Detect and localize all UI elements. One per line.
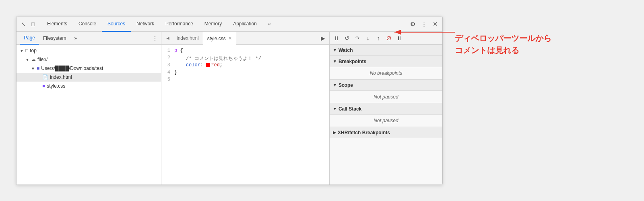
tab-elements[interactable]: Elements	[41, 16, 73, 32]
pause-btn[interactable]: ⏸	[332, 34, 341, 43]
section-breakpoints-body: No breakpoints	[330, 67, 442, 80]
expand-arrow-users: ▼	[31, 66, 37, 71]
code-line-3: 3 color: red;	[161, 62, 329, 70]
dots-icon[interactable]: ⋮	[152, 35, 158, 41]
tree-label-top: top	[30, 48, 37, 53]
section-callstack-header[interactable]: ▼ Call Stack	[330, 103, 442, 115]
tab-memory[interactable]: Memory	[199, 16, 227, 32]
file-tree: ▼ □ top ▼ ☁ file:// ▼ ■	[17, 45, 161, 185]
file-tab-css-label: style.css	[207, 36, 226, 41]
html-icon: 📄	[42, 74, 48, 80]
tab-network[interactable]: Network	[131, 16, 160, 32]
top-tab-bar: ↖ □ Elements Console Sources Network Per…	[17, 16, 442, 32]
step-into-btn[interactable]: ↓	[363, 34, 372, 43]
folder-icon-top: □	[25, 48, 28, 53]
main-content: Page Filesystem » ⋮ ▼ □ top	[17, 32, 442, 185]
line-num-1: 1	[161, 48, 174, 53]
tab-page[interactable]: Page	[20, 32, 39, 45]
css-icon: ■	[42, 83, 45, 89]
left-panel-tabs: Page Filesystem » ⋮	[17, 32, 161, 45]
breakpoints-label: Breakpoints	[339, 59, 366, 64]
layers-icon[interactable]: □	[29, 21, 37, 28]
line-content-3: color: red;	[174, 62, 329, 68]
tree-label-index: index.html	[50, 74, 72, 80]
watch-label: Watch	[339, 47, 353, 53]
section-scope-body: Not paused	[330, 91, 442, 103]
section-callstack-body: Not paused	[330, 115, 442, 127]
code-panel: ◄ index.html style.css ✕ ▶ 1 p {	[161, 32, 330, 185]
folder-icon-users: ■	[37, 66, 39, 71]
toolbar-icons: ↖ □	[20, 21, 37, 28]
tree-item-file[interactable]: ▼ ☁ file://	[17, 55, 161, 64]
file-tab-index[interactable]: index.html	[173, 32, 203, 45]
line-num-5: 5	[161, 77, 174, 82]
expand-arrow-top: ▼	[20, 49, 25, 53]
tree-item-index[interactable]: 📄 index.html	[17, 73, 161, 82]
cloud-icon: ☁	[31, 57, 36, 62]
run-snippet-icon[interactable]: ▶	[318, 33, 328, 43]
file-tab-css[interactable]: style.css ✕	[203, 32, 236, 45]
xhr-label: XHR/fetch Breakpoints	[338, 130, 390, 135]
tab-more-left[interactable]: »	[70, 32, 81, 45]
section-xhr-header[interactable]: ▶ XHR/fetch Breakpoints	[330, 127, 442, 138]
close-tab-icon[interactable]: ✕	[228, 36, 232, 41]
tab-sources[interactable]: Sources	[102, 16, 131, 32]
breakpoints-arrow: ▼	[333, 59, 337, 64]
file-tabs: ◄ index.html style.css ✕ ▶	[161, 32, 329, 45]
devtools-panel: ↖ □ Elements Console Sources Network Per…	[16, 16, 443, 185]
tab-application[interactable]: Application	[227, 16, 262, 32]
tree-label-file: file://	[37, 57, 47, 62]
step-over-btn[interactable]: ↷	[353, 34, 362, 43]
cursor-icon[interactable]: ↖	[20, 21, 27, 28]
right-panel: ⏸ ↺ ↷ ↓ ↑ ∅ ⏸ ▼ Watch	[330, 32, 442, 185]
line-num-2: 2	[161, 55, 174, 61]
line-num-3: 3	[161, 62, 174, 68]
annotation-arrow	[386, 20, 459, 44]
annotation: ディベロッパーツールから コメントは見れる	[455, 32, 551, 56]
line-content-1: p {	[174, 48, 329, 53]
tab-console[interactable]: Console	[73, 16, 102, 32]
tab-more[interactable]: »	[262, 16, 277, 32]
tab-performance[interactable]: Performance	[160, 16, 199, 32]
step-out-btn[interactable]: ↑	[374, 34, 383, 43]
tree-item-css[interactable]: ■ style.css	[17, 82, 161, 90]
line-content-4: }	[174, 70, 329, 75]
code-line-5: 5	[161, 77, 329, 84]
callstack-label: Call Stack	[339, 106, 361, 112]
watch-arrow: ▼	[333, 48, 337, 52]
xhr-arrow: ▶	[333, 130, 336, 135]
section-breakpoints-header[interactable]: ▼ Breakpoints	[330, 56, 442, 67]
refresh-btn[interactable]: ↺	[343, 34, 351, 43]
code-line-1: 1 p {	[161, 48, 329, 55]
left-panel-actions: ⋮	[152, 35, 158, 41]
tab-filesystem[interactable]: Filesystem	[39, 32, 70, 45]
debug-sections: ▼ Watch ▼ Breakpoints No breakpoints ▼ S…	[330, 45, 442, 185]
code-line-2: 2 /* コメントは見れちゃうよ！ */	[161, 55, 329, 62]
color-swatch[interactable]	[206, 63, 210, 67]
tree-item-users[interactable]: ▼ ■ Users/████/Downloads/test	[17, 64, 161, 73]
line-content-2: /* コメントは見れちゃうよ！ */	[174, 55, 329, 62]
tree-label-css: style.css	[47, 83, 65, 89]
section-watch-header[interactable]: ▼ Watch	[330, 45, 442, 56]
annotation-line1: ディベロッパーツールから	[455, 32, 551, 44]
line-num-4: 4	[161, 70, 174, 75]
scope-label: Scope	[339, 82, 353, 88]
file-tab-index-label: index.html	[177, 35, 199, 41]
tree-label-users: Users/████/Downloads/test	[41, 66, 103, 71]
section-scope-header[interactable]: ▼ Scope	[330, 80, 442, 91]
code-line-4: 4 }	[161, 70, 329, 77]
left-panel: Page Filesystem » ⋮ ▼ □ top	[17, 32, 161, 185]
scope-arrow: ▼	[333, 83, 337, 87]
code-editor: 1 p { 2 /* コメントは見れちゃうよ！ */ 3 color: red;	[161, 45, 329, 185]
callstack-arrow: ▼	[333, 107, 337, 111]
annotation-line2: コメントは見れる	[455, 44, 551, 56]
tree-item-top[interactable]: ▼ □ top	[17, 46, 161, 55]
nav-back-icon[interactable]: ◄	[163, 33, 173, 43]
expand-arrow-file: ▼	[25, 57, 31, 62]
